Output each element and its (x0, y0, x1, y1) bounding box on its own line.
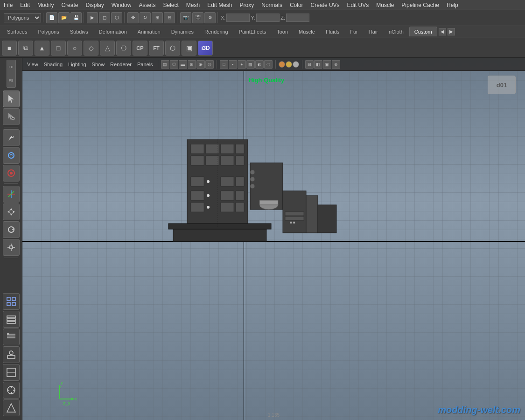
viewport[interactable]: View Shading Lighting Show Renderer Pane… (22, 58, 525, 420)
nav-unknown-icon[interactable] (3, 399, 20, 416)
vp-menu-view[interactable]: View (25, 61, 40, 68)
vp-menu-shading[interactable]: Shading (42, 61, 64, 68)
open-btn[interactable]: 📂 (58, 12, 70, 23)
move-btn[interactable] (3, 203, 20, 220)
scale-btn[interactable]: ⊞ (152, 12, 163, 23)
menu-mesh[interactable]: Mesh (182, 1, 203, 9)
vp-hud-icon[interactable]: ◉ (196, 60, 205, 69)
menu-edit-uvs[interactable]: Edit UVs (343, 1, 373, 9)
vp-camera-icon[interactable]: ◎ (205, 60, 214, 69)
shelf-pyramid-icon[interactable]: △ (100, 41, 115, 56)
menu-assets[interactable]: Assets (135, 1, 159, 9)
vp-menu-show[interactable]: Show (90, 61, 107, 68)
vp-flat-icon[interactable]: ▪ (229, 60, 237, 69)
shelf-cone-icon[interactable]: ▲ (35, 41, 49, 56)
select-btn[interactable]: ▶ (87, 12, 98, 23)
shelf-extract-icon[interactable]: ▣ (182, 41, 196, 56)
rotate-btn[interactable] (3, 221, 20, 238)
z-input[interactable] (286, 14, 309, 22)
vp-wire-icon[interactable]: □ (220, 60, 228, 69)
render-settings-btn[interactable]: ⚙ (204, 12, 216, 23)
menu-help[interactable]: Help (443, 1, 462, 9)
shelf-prism-icon[interactable]: ◇ (84, 41, 98, 56)
tab-hair[interactable]: Hair (364, 27, 383, 36)
vp-texture-icon[interactable]: ▩ (246, 60, 255, 69)
vp-grid-icon[interactable]: ⊞ (188, 60, 196, 69)
shelf-plane-icon[interactable]: □ (51, 41, 66, 56)
nav-channel-icon[interactable] (3, 346, 20, 363)
x-input[interactable] (226, 14, 250, 22)
shelf-cube-icon[interactable]: ■ (2, 41, 17, 56)
scale-btn[interactable] (3, 239, 20, 256)
shelf-cp-icon[interactable]: CP (133, 41, 147, 56)
menu-color[interactable]: Color (286, 1, 307, 9)
transform-btn[interactable] (3, 186, 20, 203)
vp-light1-icon[interactable] (279, 61, 285, 68)
tab-polygons[interactable]: Polygons (33, 27, 64, 36)
mode-strip[interactable]: F8 F9 (7, 60, 16, 88)
menu-modify[interactable]: Modify (34, 1, 57, 9)
vp-connect-icon[interactable]: ⊕ (332, 60, 340, 69)
y-input[interactable] (256, 14, 280, 22)
vp-menu-renderer[interactable]: Renderer (108, 61, 133, 68)
shelf-torus-icon[interactable]: ○ (67, 41, 82, 56)
tab-surfaces[interactable]: Surfaces (2, 27, 32, 36)
menu-file[interactable]: File (0, 1, 16, 9)
tab-dynamics[interactable]: Dynamics (166, 27, 199, 36)
vp-bookmark-icon[interactable]: ◧ (314, 60, 322, 69)
vp-menu-lighting[interactable]: Lighting (66, 61, 88, 68)
select-tool-btn[interactable] (3, 91, 20, 107)
menu-normals[interactable]: Normals (258, 1, 286, 9)
tab-deformation[interactable]: Deformation (94, 27, 132, 36)
lasso-btn[interactable]: ◻ (99, 12, 110, 23)
select-paint-btn[interactable] (3, 108, 20, 125)
shelf-i3d-icon[interactable]: i3D (198, 41, 213, 56)
rotate-btn[interactable]: ↻ (140, 12, 151, 23)
tab-painteffects[interactable]: PaintEffects (234, 27, 272, 36)
menu-muscle[interactable]: Muscle (372, 1, 398, 9)
vp-select-mode-icon[interactable]: ▤ (161, 60, 169, 69)
menu-edit[interactable]: Edit (16, 1, 34, 9)
menu-proxy[interactable]: Proxy (236, 1, 258, 9)
tab-rendering[interactable]: Rendering (199, 27, 233, 36)
nav-outliner-icon[interactable] (3, 364, 20, 381)
vp-light-icon[interactable]: ◐ (255, 60, 264, 69)
nav-grid-icon[interactable] (3, 293, 20, 310)
vp-snap-icon[interactable]: ⊟ (305, 60, 314, 69)
vp-xray-icon[interactable]: ◌ (264, 60, 273, 69)
new-scene-btn[interactable]: 📄 (46, 12, 57, 23)
vp-bar-icon[interactable]: ▬ (179, 60, 187, 69)
sculpt-btn[interactable] (3, 147, 20, 164)
shelf-pipe-icon[interactable]: ⎔ (116, 41, 131, 56)
render-btn[interactable]: 📷 (180, 12, 191, 23)
save-btn[interactable]: 💾 (70, 12, 82, 23)
menu-window[interactable]: Window (108, 1, 135, 9)
universal-manip-btn[interactable]: ⊟ (164, 12, 175, 23)
vp-layout-icon[interactable]: ▣ (323, 60, 331, 69)
vp-light3-icon[interactable] (293, 61, 299, 68)
tab-fur[interactable]: Fur (345, 27, 363, 36)
shelf-ft-icon[interactable]: FT (149, 41, 164, 56)
menu-select[interactable]: Select (159, 1, 182, 9)
tab-subdivs[interactable]: Subdivs (65, 27, 93, 36)
tab-next-btn[interactable]: ▶ (448, 28, 455, 35)
nav-tool-icon[interactable] (3, 382, 20, 399)
ipr-btn[interactable]: 🎬 (192, 12, 203, 23)
tab-prev-btn[interactable]: ◀ (439, 28, 446, 35)
tab-animation[interactable]: Animation (133, 27, 166, 36)
vp-wireframe-icon[interactable]: ⬡ (170, 60, 178, 69)
menu-edit-mesh[interactable]: Edit Mesh (203, 1, 236, 9)
vp-light2-icon[interactable] (286, 61, 292, 68)
menu-create[interactable]: Create (57, 1, 82, 9)
tab-fluids[interactable]: Fluids (321, 27, 344, 36)
menu-display[interactable]: Display (82, 1, 107, 9)
shelf-combine-icon[interactable]: ⬡ (165, 41, 180, 56)
tab-custom[interactable]: Custom (409, 27, 437, 36)
tab-toon[interactable]: Toon (272, 27, 293, 36)
vp-menu-panels[interactable]: Panels (135, 61, 155, 68)
tab-ncloth[interactable]: nCloth (384, 27, 409, 36)
mode-select[interactable]: Polygons (4, 13, 41, 22)
menu-pipeline-cache[interactable]: Pipeline Cache (398, 1, 443, 9)
soft-sel-btn[interactable] (3, 165, 20, 182)
paint-tool-btn[interactable] (3, 129, 20, 146)
